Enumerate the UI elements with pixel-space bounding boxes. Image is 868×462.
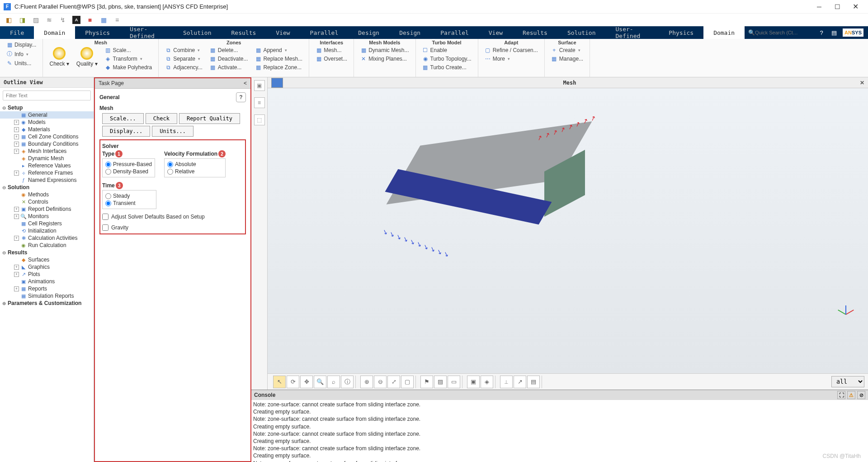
flag-tool[interactable]: ⚑ bbox=[420, 376, 433, 388]
tree-run-calculation[interactable]: ◉Run Calculation bbox=[0, 242, 94, 249]
ribbon-quality[interactable]: Quality ▾ bbox=[74, 46, 100, 68]
btn-check[interactable]: Check bbox=[146, 113, 177, 124]
outline-tool[interactable]: ▣ bbox=[467, 376, 480, 388]
tree-methods[interactable]: ◉Methods bbox=[0, 191, 94, 198]
tab-solution[interactable]: Solution bbox=[557, 26, 606, 39]
solver-vel-absolute[interactable]: Absolute bbox=[167, 161, 222, 168]
sidetool-cube[interactable]: ⬚ bbox=[254, 114, 265, 125]
tab-results[interactable]: Results bbox=[513, 26, 557, 39]
btn-units-[interactable]: Units... bbox=[152, 126, 193, 137]
tree-boundary-conditions[interactable]: +▦Boundary Conditions bbox=[0, 140, 94, 148]
tree-general[interactable]: ▦General bbox=[0, 111, 94, 119]
ribbon-dynamic-mesh-[interactable]: ▦Dynamic Mesh... bbox=[358, 46, 411, 54]
help-icon[interactable]: ? bbox=[817, 29, 826, 37]
outline-tree[interactable]: ⊖Setup▦General+◉Models+◆Materials+▦Cell … bbox=[0, 103, 94, 462]
tree-named-expressions[interactable]: ƒNamed Expressions bbox=[0, 176, 94, 184]
fit-tool[interactable]: ⤢ bbox=[387, 376, 400, 388]
zoom-out-tool[interactable]: ⊖ bbox=[374, 376, 387, 388]
tab-user-defined[interactable]: User-Defined bbox=[606, 26, 659, 39]
tree-solution[interactable]: ⊖Solution bbox=[0, 184, 94, 191]
help-button[interactable]: ? bbox=[236, 92, 246, 102]
sidetool-layers[interactable]: ▣ bbox=[254, 80, 265, 91]
a-icon[interactable]: A bbox=[72, 16, 80, 24]
ribbon-enable[interactable]: ☐Enable bbox=[420, 46, 474, 54]
tab-domain[interactable]: Domain bbox=[703, 26, 745, 39]
tree-mesh-interfaces[interactable]: +◈Mesh Interfaces bbox=[0, 148, 94, 155]
tree-cell-registers[interactable]: ▦Cell Registers bbox=[0, 220, 94, 227]
ribbon-separate[interactable]: ⧉Separate▾ bbox=[162, 55, 205, 63]
zoom-tool[interactable]: 🔍 bbox=[314, 376, 326, 388]
viewport-tab-icon[interactable] bbox=[271, 78, 283, 88]
ribbon-transform[interactable]: ◈Transform▾ bbox=[102, 55, 155, 63]
tree-materials[interactable]: +◆Materials bbox=[0, 126, 94, 133]
tree-monitors[interactable]: +🔍Monitors bbox=[0, 213, 94, 220]
tab-parallel[interactable]: Parallel bbox=[300, 26, 349, 39]
cube-icon[interactable]: ◧ bbox=[5, 16, 13, 24]
tab-domain[interactable]: Domain bbox=[34, 26, 75, 39]
ribbon-delete-[interactable]: ▦Delete... bbox=[207, 46, 251, 54]
ribbon-make-polyhedra[interactable]: ◆Make Polyhedra bbox=[102, 63, 155, 71]
cursor-tool[interactable]: ↖ bbox=[273, 376, 286, 388]
tab-solution[interactable]: Solution bbox=[173, 26, 222, 39]
tab-design[interactable]: Design bbox=[389, 26, 430, 39]
search-input[interactable] bbox=[755, 30, 809, 35]
ribbon-manage-[interactable]: ▦Manage... bbox=[548, 55, 586, 63]
ribbon-check[interactable]: Check ▾ bbox=[47, 46, 71, 68]
btn-display-[interactable]: Display... bbox=[102, 126, 150, 137]
ribbon-info[interactable]: ⓘInfo▾ bbox=[4, 49, 39, 59]
tree-dynamic-mesh[interactable]: ◈Dynamic Mesh bbox=[0, 155, 94, 162]
ribbon-mesh-[interactable]: ▦Mesh... bbox=[313, 46, 350, 54]
mesh-tool[interactable]: ▨ bbox=[434, 376, 447, 388]
tab-physics[interactable]: Physics bbox=[659, 26, 703, 39]
btn-report-quality[interactable]: Report Quality bbox=[179, 113, 240, 124]
tree-controls[interactable]: ✕Controls bbox=[0, 198, 94, 205]
solver-type-density-based[interactable]: Density-Based bbox=[105, 168, 152, 175]
ribbon-replace-zone-[interactable]: ▦Replace Zone... bbox=[252, 63, 305, 71]
file-tab[interactable]: File bbox=[0, 26, 34, 39]
gravity-checkbox[interactable] bbox=[102, 224, 108, 231]
grey-cube-icon[interactable]: ▨ bbox=[32, 16, 40, 24]
task-page-collapse[interactable]: < bbox=[244, 80, 247, 86]
minimize-button[interactable]: ─ bbox=[810, 0, 828, 13]
tree-surfaces[interactable]: ◆Surfaces bbox=[0, 256, 94, 263]
box-tool[interactable]: ▢ bbox=[401, 376, 414, 388]
info-tool[interactable]: ⓘ bbox=[341, 376, 354, 388]
tree-reference-values[interactable]: ▸Reference Values bbox=[0, 162, 94, 169]
tree-models[interactable]: +◉Models bbox=[0, 119, 94, 126]
pan-tool[interactable]: ✥ bbox=[300, 376, 313, 388]
ribbon-append[interactable]: ▦Append▾ bbox=[252, 46, 305, 54]
tree-report-definitions[interactable]: +▣Report Definitions bbox=[0, 205, 94, 213]
tab-results[interactable]: Results bbox=[222, 26, 266, 39]
solver-type-pressure-based[interactable]: Pressure-Based bbox=[105, 161, 152, 168]
ribbon-activate-[interactable]: ▦Activate... bbox=[207, 63, 251, 71]
solver-vel-relative[interactable]: Relative bbox=[167, 168, 222, 175]
tree-calculation-activities[interactable]: +❋Calculation Activities bbox=[0, 234, 94, 242]
tree-reports[interactable]: +▦Reports bbox=[0, 285, 94, 292]
console-expand[interactable]: ⛶ bbox=[837, 391, 845, 399]
tree-initialization[interactable]: ⟲Initialization bbox=[0, 227, 94, 234]
face-tool[interactable]: ▭ bbox=[448, 376, 460, 388]
filter-input[interactable] bbox=[3, 90, 91, 100]
mesh-icon[interactable]: ◨ bbox=[18, 16, 26, 24]
list-icon[interactable]: ≡ bbox=[113, 16, 121, 24]
iso-tool[interactable]: ◈ bbox=[481, 376, 493, 388]
zoom-in-tool[interactable]: ⊕ bbox=[360, 376, 373, 388]
ribbon-overset-[interactable]: ▦Overset... bbox=[313, 55, 350, 63]
ribbon-scale-[interactable]: ▥Scale... bbox=[102, 46, 155, 54]
ribbon-adjacency-[interactable]: ⧉Adjacency... bbox=[162, 63, 205, 71]
ribbon-units-[interactable]: ✎Units... bbox=[4, 59, 39, 67]
adjust-checkbox[interactable] bbox=[102, 214, 108, 220]
tree-parameters-customization[interactable]: ⊕Parameters & Customization bbox=[0, 300, 94, 307]
report-icon[interactable]: ≋ bbox=[45, 16, 53, 24]
ribbon-deactivate-[interactable]: ▦Deactivate... bbox=[207, 55, 251, 63]
rotate-tool[interactable]: ⟳ bbox=[287, 376, 299, 388]
tab-user-defined[interactable]: User-Defined bbox=[120, 26, 173, 39]
ribbon-turbo-topology-[interactable]: ◉Turbo Topology... bbox=[420, 55, 474, 63]
tab-view[interactable]: View bbox=[479, 26, 513, 39]
tree-cell-zone-conditions[interactable]: +▦Cell Zone Conditions bbox=[0, 133, 94, 140]
sidetool-text[interactable]: ≡ bbox=[254, 97, 265, 108]
ribbon-combine[interactable]: ⧉Combine▾ bbox=[162, 46, 205, 54]
blue-icon[interactable]: ▦ bbox=[99, 16, 108, 24]
ribbon-mixing-planes-[interactable]: ✕Mixing Planes... bbox=[358, 55, 411, 63]
maximize-button[interactable]: ☐ bbox=[828, 0, 846, 13]
